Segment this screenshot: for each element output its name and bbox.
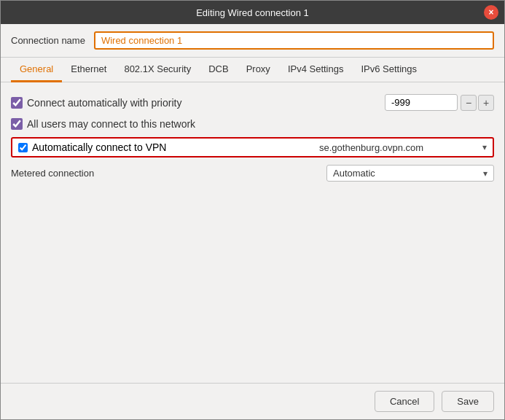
all-users-checkbox[interactable]	[11, 118, 23, 130]
metered-label: Metered connection	[11, 168, 94, 179]
cancel-button[interactable]: Cancel	[375, 391, 434, 412]
close-button[interactable]: ×	[484, 5, 498, 20]
tab-content-general: Connect automatically with priority − + …	[1, 82, 504, 383]
tab-8021x-security[interactable]: 802.1X Security	[115, 58, 200, 82]
connect-auto-text: Connect automatically with priority	[27, 97, 181, 109]
connection-name-label: Connection name	[11, 35, 85, 46]
connect-auto-checkbox-label[interactable]: Connect automatically with priority	[11, 97, 181, 109]
priority-increment-button[interactable]: +	[478, 95, 494, 111]
tab-ethernet[interactable]: Ethernet	[62, 58, 115, 82]
connect-auto-row: Connect automatically with priority − +	[11, 94, 494, 111]
titlebar: Editing Wired connection 1 ×	[1, 1, 504, 24]
spin-buttons: − +	[461, 95, 494, 111]
priority-decrement-button[interactable]: −	[461, 95, 477, 111]
connection-name-row: Connection name	[1, 24, 504, 58]
window-title: Editing Wired connection 1	[196, 7, 309, 18]
vpn-select[interactable]: se.gothenburg.ovpn.com	[319, 142, 479, 153]
connection-name-input[interactable]	[94, 31, 494, 50]
vpn-dropdown-area: se.gothenburg.ovpn.com ▾	[319, 142, 487, 153]
priority-controls: − +	[385, 94, 494, 111]
connect-auto-checkbox[interactable]	[11, 97, 23, 109]
all-users-text: All users may connect to this network	[27, 118, 195, 130]
tab-ipv6-settings[interactable]: IPv6 Settings	[352, 58, 426, 82]
auto-vpn-checkbox[interactable]	[18, 143, 28, 152]
tab-ipv4-settings[interactable]: IPv4 Settings	[279, 58, 353, 82]
content-spacer	[11, 189, 494, 371]
tabs-bar: General Ethernet 802.1X Security DCB Pro…	[1, 58, 504, 82]
vpn-chevron-icon: ▾	[482, 142, 487, 152]
auto-vpn-row: Automatically connect to VPN se.gothenbu…	[11, 137, 494, 158]
priority-input[interactable]	[385, 94, 458, 111]
metered-chevron-icon: ▾	[483, 168, 488, 179]
auto-vpn-checkbox-area: Automatically connect to VPN	[18, 141, 319, 153]
tab-general[interactable]: General	[11, 58, 62, 82]
save-button[interactable]: Save	[442, 391, 494, 412]
metered-connection-row: Metered connection Automatic Yes No ▾	[11, 165, 494, 182]
all-users-row: All users may connect to this network	[11, 118, 494, 130]
footer: Cancel Save	[1, 383, 504, 419]
tab-dcb[interactable]: DCB	[200, 58, 237, 82]
main-window: Editing Wired connection 1 × Connection …	[0, 0, 505, 420]
metered-select-wrapper: Automatic Yes No ▾	[326, 165, 494, 182]
tab-proxy[interactable]: Proxy	[238, 58, 279, 82]
all-users-checkbox-label[interactable]: All users may connect to this network	[11, 118, 494, 130]
metered-select[interactable]: Automatic Yes No	[333, 168, 483, 179]
auto-vpn-text: Automatically connect to VPN	[32, 141, 166, 153]
